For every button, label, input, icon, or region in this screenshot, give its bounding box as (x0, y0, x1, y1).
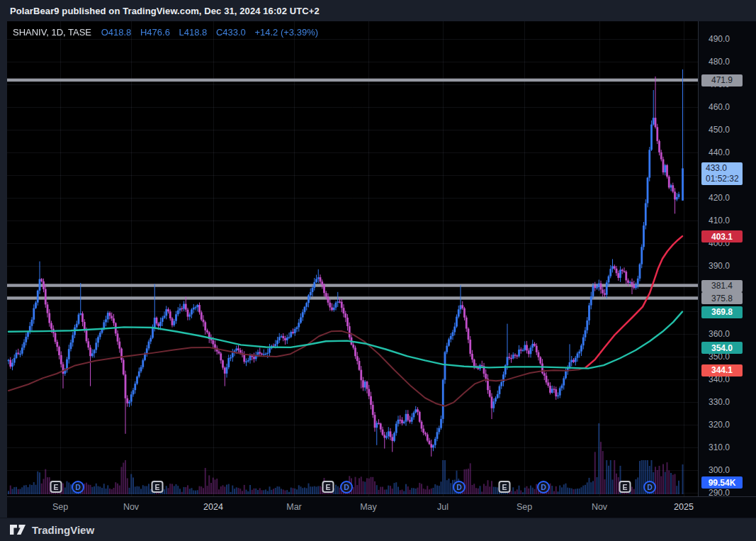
change-value: +14.2 (+3.39%) (254, 27, 318, 38)
price-level-label: 403.1 (701, 230, 743, 242)
price-tick: 360.0 (709, 328, 730, 340)
time-tick: Nov (592, 502, 607, 512)
dividend-marker[interactable]: D (340, 481, 353, 493)
time-tick: Nov (123, 502, 139, 512)
time-tick: Mar (286, 502, 302, 512)
price-level-label: 344.1 (701, 364, 743, 377)
earnings-marker[interactable]: E (499, 481, 511, 493)
price-tick: 460.0 (709, 101, 730, 113)
price-tick: 390.0 (709, 260, 730, 272)
price-chart-canvas[interactable] (7, 21, 698, 496)
dividend-marker[interactable]: D (643, 481, 656, 493)
earnings-marker[interactable]: E (619, 481, 631, 493)
time-tick: 2024 (203, 502, 223, 512)
time-tick: May (360, 502, 377, 512)
price-axis[interactable]: 490.0480.0470.0460.0450.0440.0430.0420.0… (698, 21, 756, 496)
ohlc-close: C433.0 (216, 27, 246, 38)
ohlc-high: H476.6 (140, 27, 170, 38)
dividend-marker[interactable]: D (537, 481, 550, 493)
time-tick: Sep (517, 502, 532, 512)
volume-value-label: 99.54K (701, 476, 743, 489)
price-tick: 440.0 (709, 147, 730, 158)
price-tick: 420.0 (709, 192, 730, 203)
time-tick: Sep (52, 502, 68, 512)
tradingview-published-chart: PolarBear9 published on TradingView.com,… (0, 0, 756, 541)
price-tick: 330.0 (709, 396, 730, 408)
time-tick: Jul (437, 502, 448, 512)
tradingview-logo-icon[interactable] (10, 524, 27, 535)
price-level-label: 354.0 (701, 342, 743, 354)
dividend-marker[interactable]: D (72, 481, 84, 493)
footer-bar: TradingView (0, 518, 756, 541)
earnings-marker[interactable]: E (152, 481, 164, 493)
chart-legend: SHANIV, 1D, TASE O418.8 H476.6 L418.8 C4… (13, 27, 325, 38)
price-level-label: 375.8 (701, 292, 743, 304)
price-tick: 310.0 (709, 442, 730, 453)
ohlc-low: L418.8 (179, 27, 207, 38)
dividend-marker[interactable]: D (453, 481, 466, 493)
price-tick: 300.0 (709, 464, 730, 476)
time-axis[interactable]: SepNov2024MarMayJulSepNov2025 (7, 496, 756, 518)
price-tick: 450.0 (709, 124, 730, 135)
earnings-marker[interactable]: E (50, 481, 62, 493)
publish-header: PolarBear9 published on TradingView.com,… (0, 0, 756, 21)
price-tick: 480.0 (709, 56, 730, 67)
chart-pane[interactable]: SHANIV, 1D, TASE O418.8 H476.6 L418.8 C4… (7, 21, 698, 496)
price-tick: 410.0 (709, 215, 730, 226)
tradingview-wordmark[interactable]: TradingView (32, 524, 94, 536)
publish-title: PolarBear9 published on TradingView.com,… (10, 6, 320, 16)
price-tick: 490.0 (709, 33, 730, 45)
time-tick: 2025 (674, 502, 694, 512)
price-tick: 320.0 (709, 419, 730, 430)
price-level-label: 471.9 (701, 74, 743, 87)
earnings-marker[interactable]: E (322, 481, 334, 493)
symbol-name: SHANIV, 1D, TASE (13, 27, 91, 38)
ohlc-open: O418.8 (101, 27, 132, 38)
price-tick: 290.0 (709, 487, 730, 498)
last-price-countdown-label: 433.001:52:32 (701, 162, 743, 185)
price-level-label: 369.8 (701, 306, 743, 318)
price-level-label: 381.4 (701, 280, 743, 292)
